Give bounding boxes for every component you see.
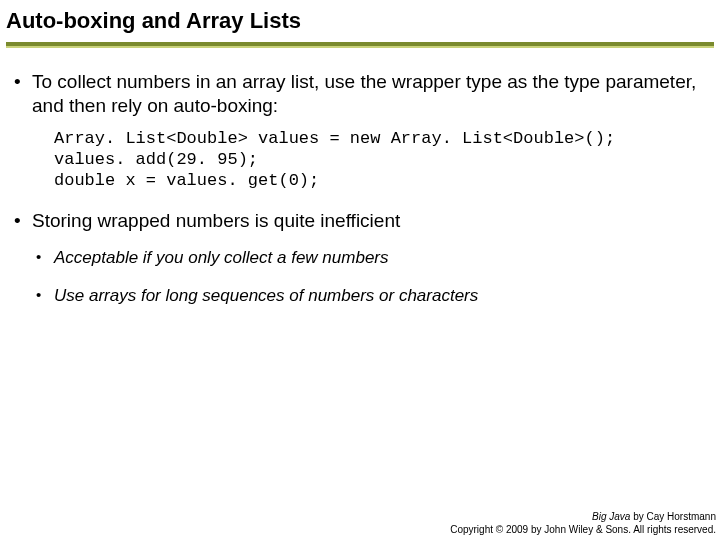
footer-book-title: Big Java <box>592 511 630 522</box>
footer-line-1: Big Java by Cay Horstmann <box>450 511 716 524</box>
footer-author: by Cay Horstmann <box>630 511 716 522</box>
slide: Auto-boxing and Array Lists To collect n… <box>0 0 720 540</box>
bullet-1: To collect numbers in an array list, use… <box>10 70 712 191</box>
bullet-2-text: Storing wrapped numbers is quite ineffic… <box>32 210 400 231</box>
bullet-list: To collect numbers in an array list, use… <box>10 70 712 307</box>
bullet-2-sub-1: Acceptable if you only collect a few num… <box>32 247 712 269</box>
code-block: Array. List<Double> values = new Array. … <box>54 128 712 192</box>
bullet-2-sub-2: Use arrays for long sequences of numbers… <box>32 285 712 307</box>
slide-title: Auto-boxing and Array Lists <box>6 8 714 36</box>
footer: Big Java by Cay Horstmann Copyright © 20… <box>450 511 716 536</box>
bullet-2: Storing wrapped numbers is quite ineffic… <box>10 209 712 307</box>
footer-line-2: Copyright © 2009 by John Wiley & Sons. A… <box>450 524 716 537</box>
bullet-1-text: To collect numbers in an array list, use… <box>32 71 696 116</box>
bullet-2-sublist: Acceptable if you only collect a few num… <box>32 247 712 307</box>
title-block: Auto-boxing and Array Lists <box>6 8 714 48</box>
slide-body: To collect numbers in an array list, use… <box>6 48 714 307</box>
